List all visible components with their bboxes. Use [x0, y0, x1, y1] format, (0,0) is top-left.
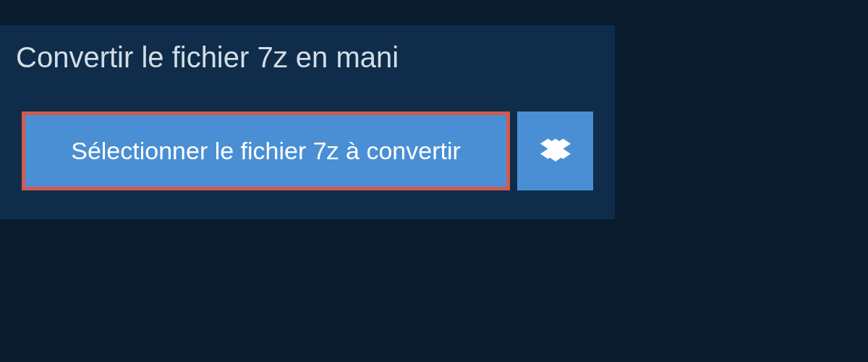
action-row: Sélectionner le fichier 7z à convertir [0, 90, 615, 190]
dropbox-button[interactable] [517, 111, 593, 190]
select-file-button[interactable]: Sélectionner le fichier 7z à convertir [22, 111, 510, 190]
converter-panel: Convertir le fichier 7z en mani Sélectio… [0, 25, 615, 219]
dropbox-icon [540, 136, 571, 167]
page-title: Convertir le fichier 7z en mani [0, 25, 420, 90]
